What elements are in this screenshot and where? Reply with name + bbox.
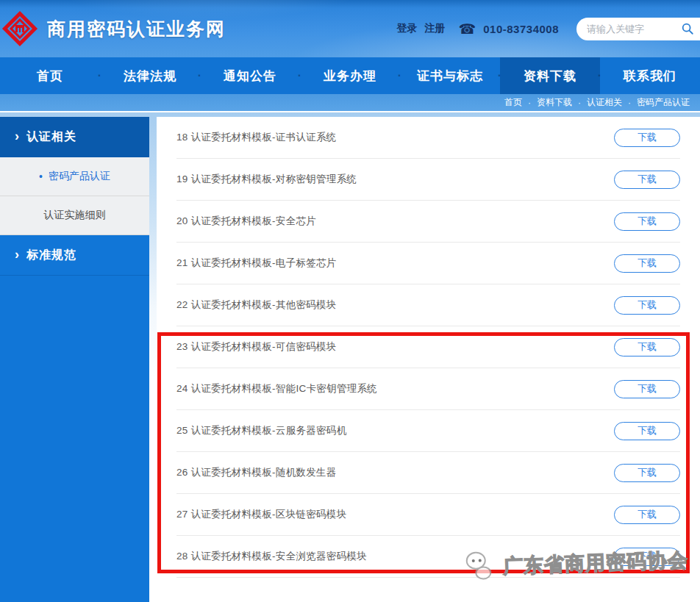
row-title: 27 认证委托材料模板-区块链密码模块 xyxy=(176,508,346,521)
nav-separator: · xyxy=(98,69,102,82)
login-link[interactable]: 登录 xyxy=(397,22,418,35)
sidebar-item-product-cert[interactable]: • 密码产品认证 xyxy=(0,157,149,196)
table-row: 18 认证委托材料模板-证书认证系统 下载 xyxy=(176,117,680,159)
breadcrumb-separator: · xyxy=(578,98,581,108)
register-link[interactable]: 注册 xyxy=(425,22,446,35)
breadcrumb-cert-related[interactable]: 认证相关 xyxy=(587,96,622,109)
nav-separator: · xyxy=(198,69,202,82)
nav-item-notices[interactable]: 通知公告· xyxy=(200,57,300,94)
site-title: 商用密码认证业务网 xyxy=(47,17,226,41)
sidebar-group-standards[interactable]: › 标准规范 xyxy=(0,235,149,276)
sidebar-item-label: 密码产品认证 xyxy=(49,170,110,183)
table-row: 21 认证委托材料模板-电子标签芯片 下载 xyxy=(176,243,680,284)
nav-item-contact[interactable]: 联系我们 xyxy=(600,57,700,94)
row-title: 23 认证委托材料模板-可信密码模块 xyxy=(176,340,337,354)
download-button[interactable]: 下载 xyxy=(614,422,680,440)
header-utility-bar: 登录 注册 ☎ 010-83734008 xyxy=(397,0,700,57)
sidebar-item-label: 认证实施细则 xyxy=(44,209,106,222)
download-button[interactable]: 下载 xyxy=(614,171,680,189)
table-row: 26 认证委托材料模板-随机数发生器 下载 xyxy=(176,452,680,494)
nav-separator: · xyxy=(598,69,602,82)
sidebar-group-label: 标准规范 xyxy=(26,248,76,263)
row-title: 26 认证委托材料模板-随机数发生器 xyxy=(176,466,337,479)
download-button[interactable]: 下载 xyxy=(614,548,680,566)
breadcrumb: 首页 · 资料下载 · 认证相关 · 密码产品认证 xyxy=(0,94,700,111)
main-nav: 首页· 法律法规· 通知公告· 业务办理· 证书与标志· 资料下载· 联系我们 xyxy=(0,57,700,94)
nav-item-home[interactable]: 首页· xyxy=(0,57,100,94)
row-title: 28 认证委托材料模板-安全浏览器密码模块 xyxy=(176,550,367,563)
phone-number: 010-83734008 xyxy=(483,23,559,35)
table-row: 27 认证委托材料模板-区块链密码模块 下载 xyxy=(176,494,680,536)
breadcrumb-home[interactable]: 首页 xyxy=(504,96,522,109)
site-header: 商用密码认证业务网 登录 注册 ☎ 010-83734008 xyxy=(0,0,700,57)
table-row: 19 认证委托材料模板-对称密钥管理系统 下载 xyxy=(176,159,680,201)
nav-item-business[interactable]: 业务办理· xyxy=(300,57,400,94)
download-list-panel: 18 认证委托材料模板-证书认证系统 下载 19 认证委托材料模板-对称密钥管理… xyxy=(157,117,700,602)
nav-separator: · xyxy=(498,69,502,82)
row-title: 24 认证委托材料模板-智能IC卡密钥管理系统 xyxy=(176,382,377,395)
row-title: 20 认证委托材料模板-安全芯片 xyxy=(176,215,316,228)
row-title: 25 认证委托材料模板-云服务器密码机 xyxy=(176,424,346,437)
sidebar: › 认证相关 • 密码产品认证 认证实施细则 › 标准规范 xyxy=(0,117,149,602)
sidebar-group-cert-related[interactable]: › 认证相关 xyxy=(0,117,149,157)
download-button[interactable]: 下载 xyxy=(614,506,680,524)
download-button[interactable]: 下载 xyxy=(614,380,680,398)
table-row: 28 认证委托材料模板-安全浏览器密码模块 下载 xyxy=(176,536,680,578)
row-title: 21 认证委托材料模板-电子标签芯片 xyxy=(176,257,337,270)
download-button[interactable]: 下载 xyxy=(614,338,680,356)
row-title: 18 认证委托材料模板-证书认证系统 xyxy=(176,131,337,144)
download-button[interactable]: 下载 xyxy=(614,129,680,147)
chevron-right-icon: › xyxy=(15,129,20,144)
chevron-right-icon: › xyxy=(15,247,20,262)
download-button[interactable]: 下载 xyxy=(614,254,680,273)
breadcrumb-separator: · xyxy=(528,98,531,108)
nav-separator: · xyxy=(298,69,302,82)
search-icon[interactable] xyxy=(681,22,694,35)
phone-icon: ☎ xyxy=(459,21,476,37)
page-body: › 认证相关 • 密码产品认证 认证实施细则 › 标准规范 18 认证委托材料模… xyxy=(0,112,700,602)
nav-item-certs-marks[interactable]: 证书与标志· xyxy=(400,57,500,94)
breadcrumb-product-cert[interactable]: 密码产品认证 xyxy=(637,96,690,109)
row-title: 22 认证委托材料模板-其他密码模块 xyxy=(176,298,337,312)
row-title: 19 认证委托材料模板-对称密钥管理系统 xyxy=(176,173,357,186)
search-input[interactable] xyxy=(587,24,681,35)
table-row: 24 认证委托材料模板-智能IC卡密钥管理系统 下载 xyxy=(176,368,680,410)
sidebar-item-impl-rules[interactable]: 认证实施细则 xyxy=(0,196,149,235)
search-box xyxy=(576,18,700,40)
download-button[interactable]: 下载 xyxy=(614,464,680,482)
site-logo-icon xyxy=(3,12,37,46)
download-button[interactable]: 下载 xyxy=(614,296,680,315)
breadcrumb-separator: · xyxy=(628,98,631,108)
table-row: 20 认证委托材料模板-安全芯片 下载 xyxy=(176,201,680,243)
table-row: 25 认证委托材料模板-云服务器密码机 下载 xyxy=(176,410,680,452)
nav-item-downloads[interactable]: 资料下载· xyxy=(500,57,600,94)
bullet-icon: • xyxy=(39,171,43,182)
table-row: 22 认证委托材料模板-其他密码模块 下载 xyxy=(176,284,680,326)
table-row: 23 认证委托材料模板-可信密码模块 下载 xyxy=(176,326,680,368)
sidebar-filler xyxy=(0,276,149,602)
breadcrumb-downloads[interactable]: 资料下载 xyxy=(537,96,572,109)
nav-separator: · xyxy=(398,69,402,82)
download-button[interactable]: 下载 xyxy=(614,212,680,231)
nav-item-laws[interactable]: 法律法规· xyxy=(100,57,200,94)
sidebar-group-label: 认证相关 xyxy=(26,129,76,145)
